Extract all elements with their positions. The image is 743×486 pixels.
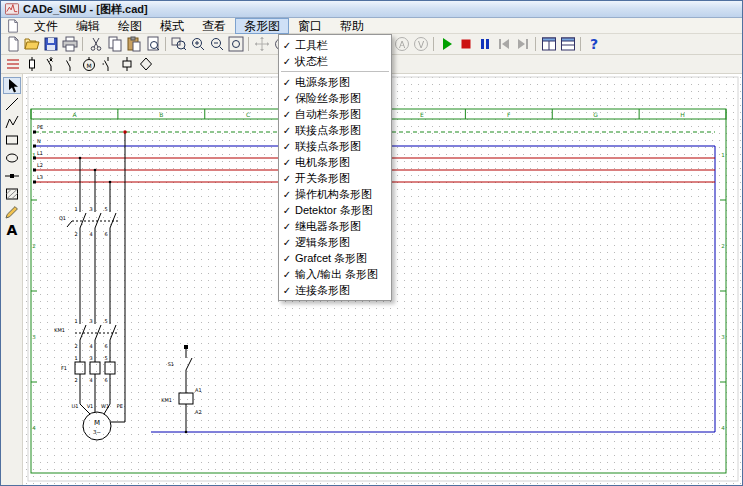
print-button[interactable] <box>60 35 79 53</box>
svg-text:N: N <box>37 138 41 144</box>
motor-button[interactable]: M <box>79 55 98 73</box>
checkmark-icon: ✓ <box>279 221 295 232</box>
title-bar[interactable]: CADe_SIMU - [图样.cad] <box>1 1 742 18</box>
pause-button[interactable] <box>475 35 494 53</box>
paste-button[interactable] <box>124 35 143 53</box>
zoom-window-button[interactable] <box>169 35 188 53</box>
window-title: CADe_SIMU - [图样.cad] <box>23 2 148 17</box>
new-file-button[interactable] <box>3 35 22 53</box>
menu-item[interactable]: 帮助 <box>331 18 373 34</box>
zoom-in-button[interactable] <box>188 35 207 53</box>
checkmark-icon: ✓ <box>279 285 295 296</box>
dropdown-item[interactable]: ✓联接点条形图 <box>279 122 391 138</box>
menu-open-item[interactable]: 条形图 <box>235 18 289 34</box>
svg-text:4: 4 <box>721 425 725 431</box>
cut-button[interactable] <box>86 35 105 53</box>
zoom-all-button[interactable] <box>226 35 245 53</box>
node-button[interactable] <box>3 167 21 184</box>
power-lines-button[interactable] <box>3 55 22 73</box>
pan-button[interactable] <box>252 35 271 53</box>
contact-button[interactable] <box>60 55 79 73</box>
switch-button[interactable] <box>98 55 117 73</box>
run-button[interactable] <box>437 35 456 53</box>
dropdown-item[interactable]: ✓电源条形图 <box>279 74 391 90</box>
menu-item[interactable]: 文件 <box>25 18 67 34</box>
dropdown-item[interactable]: ✓继电器条形图 <box>279 218 391 234</box>
dropdown-item[interactable]: ✓状态栏 <box>279 53 391 69</box>
toolbar-separator <box>248 37 249 51</box>
dropdown-item[interactable]: ✓操作机构条形图 <box>279 186 391 202</box>
checkmark-icon: ✓ <box>279 109 295 120</box>
dropdown-item[interactable]: ✓保险丝条形图 <box>279 90 391 106</box>
line-button[interactable] <box>3 95 21 112</box>
svg-text:PE: PE <box>117 403 123 409</box>
rectangle-button[interactable] <box>3 131 21 148</box>
svg-text:3: 3 <box>89 318 92 324</box>
menu-item[interactable]: 查看 <box>193 18 235 34</box>
coil-button[interactable] <box>117 55 136 73</box>
menu-item[interactable]: 编辑 <box>67 18 109 34</box>
svg-text:A2: A2 <box>195 409 202 415</box>
dropdown-item[interactable]: ✓电机条形图 <box>279 154 391 170</box>
open-folder-icon <box>24 36 40 52</box>
menu-item[interactable]: 窗口 <box>289 18 331 34</box>
checkmark-icon: ✓ <box>279 205 295 216</box>
dropdown-item[interactable]: ✓输入/输出 条形图 <box>279 266 391 282</box>
svg-text:1: 1 <box>74 355 77 361</box>
switch-icon <box>100 56 116 72</box>
window-vertical-icon <box>560 36 576 52</box>
dropdown-item[interactable]: ✓Detektor 条形图 <box>279 202 391 218</box>
hatch-button[interactable] <box>3 185 21 202</box>
copy-button[interactable] <box>105 35 124 53</box>
svg-text:L3: L3 <box>37 174 43 180</box>
step-back-button[interactable] <box>494 35 513 53</box>
pencil-button[interactable] <box>3 203 21 220</box>
svg-text:1: 1 <box>74 206 77 212</box>
menu-separator <box>281 71 389 72</box>
save-icon <box>43 36 59 52</box>
dropdown-item[interactable]: ✓逻辑条形图 <box>279 234 391 250</box>
toolbars-dropdown-menu: ✓工具栏✓状态栏✓电源条形图✓保险丝条形图✓自动栏条形图✓联接点条形图✓联接点条… <box>278 34 392 301</box>
window-vertical-button[interactable] <box>558 35 577 53</box>
pointer-button[interactable] <box>3 77 21 94</box>
print-preview-button[interactable] <box>143 35 162 53</box>
dropdown-item[interactable]: ✓工具栏 <box>279 37 391 53</box>
zoom-out-button[interactable] <box>207 35 226 53</box>
window-horizontal-button[interactable] <box>539 35 558 53</box>
ammeter-button[interactable]: A <box>392 35 411 53</box>
breaker-button[interactable] <box>41 55 60 73</box>
dropdown-item[interactable]: ✓连接条形图 <box>279 282 391 298</box>
polyline-button[interactable] <box>3 113 21 130</box>
stop-button[interactable] <box>456 35 475 53</box>
svg-text:KM1: KM1 <box>54 327 65 333</box>
checkmark-icon: ✓ <box>279 173 295 184</box>
dropdown-item[interactable]: ✓开关条形图 <box>279 170 391 186</box>
text-button[interactable]: A <box>3 221 21 238</box>
pause-icon <box>477 36 493 52</box>
svg-text:4: 4 <box>89 377 92 383</box>
svg-text:3: 3 <box>89 206 92 212</box>
open-folder-button[interactable] <box>22 35 41 53</box>
ellipse-button[interactable] <box>3 149 21 166</box>
svg-text:W1: W1 <box>101 403 109 409</box>
paste-icon <box>126 36 142 52</box>
fuse-button[interactable] <box>22 55 41 73</box>
dropdown-item[interactable]: ✓Grafcet 条形图 <box>279 250 391 266</box>
dropdown-item[interactable]: ✓自动栏条形图 <box>279 106 391 122</box>
detector-button[interactable] <box>136 55 155 73</box>
checkmark-icon: ✓ <box>279 93 295 104</box>
save-button[interactable] <box>41 35 60 53</box>
svg-text:1: 1 <box>74 318 77 324</box>
menu-item[interactable]: 模式 <box>151 18 193 34</box>
checkmark-icon: ✓ <box>279 189 295 200</box>
voltmeter-button[interactable]: V <box>411 35 430 53</box>
print-preview-icon <box>145 36 161 52</box>
svg-text:3: 3 <box>89 355 92 361</box>
menu-item[interactable]: 绘图 <box>109 18 151 34</box>
step-forward-button[interactable] <box>513 35 532 53</box>
polyline-icon <box>4 114 20 130</box>
help-button[interactable]: ? <box>584 35 603 53</box>
copy-icon <box>107 36 123 52</box>
svg-text:6: 6 <box>104 377 107 383</box>
dropdown-item[interactable]: ✓联接点条形图 <box>279 138 391 154</box>
